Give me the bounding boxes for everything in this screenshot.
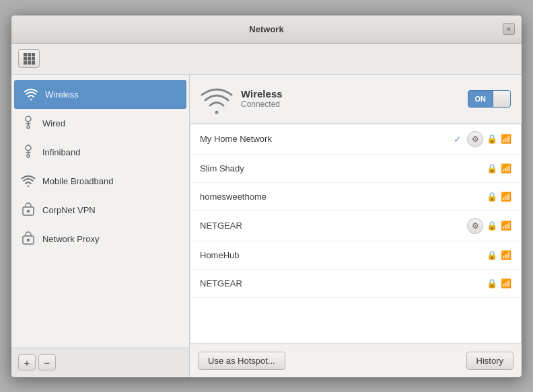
wifi-icon: 📶 xyxy=(501,134,511,144)
list-item[interactable]: NETGEAR ⚙ 🔒 📶 xyxy=(190,211,521,241)
titlebar: Network × xyxy=(11,15,522,44)
vpn-icon xyxy=(21,202,36,219)
svg-point-2 xyxy=(27,126,30,128)
hotspot-button[interactable]: Use as Hotspot... xyxy=(198,352,285,370)
panel-header: Wireless Connected ON xyxy=(190,75,522,124)
gear-button[interactable]: ⚙ xyxy=(467,218,483,234)
content-area: Wireless Wired xyxy=(11,75,522,377)
network-icons: ⚙ 🔒 📶 xyxy=(467,131,511,147)
toggle-handle[interactable] xyxy=(493,91,510,107)
sidebar-item-wireless[interactable]: Wireless xyxy=(14,80,186,109)
lock-icon: 🔒 xyxy=(487,134,497,144)
network-name: homesweethome xyxy=(200,192,487,202)
panel-wireless-icon xyxy=(201,83,233,115)
network-name: HomeHub xyxy=(200,250,487,260)
svg-point-4 xyxy=(27,155,30,157)
list-item[interactable]: homesweethome 🔒 📶 xyxy=(190,183,521,211)
list-item[interactable]: HomeHub 🔒 📶 xyxy=(190,241,521,270)
grid-icon xyxy=(24,53,35,65)
lock-icon: 🔒 xyxy=(487,192,497,202)
wifi-icon: 📶 xyxy=(501,221,511,231)
gear-button[interactable]: ⚙ xyxy=(467,131,483,147)
network-icons: 🔒 📶 xyxy=(487,192,511,202)
connected-checkmark: ✓ xyxy=(454,134,462,145)
window-title: Network xyxy=(249,24,283,34)
svg-point-3 xyxy=(26,145,31,151)
network-name: My Home Network xyxy=(200,134,454,144)
network-icons: 🔒 📶 xyxy=(487,250,511,260)
network-name: NETGEAR xyxy=(200,221,467,231)
sidebar-item-network-proxy-label: Network Proxy xyxy=(42,234,100,244)
grid-view-button[interactable] xyxy=(18,49,40,68)
lock-icon: 🔒 xyxy=(487,250,497,260)
lock-icon: 🔒 xyxy=(487,221,497,231)
close-button[interactable]: × xyxy=(503,23,515,35)
add-button[interactable]: + xyxy=(18,354,36,370)
sidebar-item-wired[interactable]: Wired xyxy=(11,109,189,138)
network-icons: ⚙ 🔒 📶 xyxy=(467,218,511,234)
panel-title: Wireless xyxy=(241,88,468,100)
history-button[interactable]: History xyxy=(466,352,513,370)
list-item[interactable]: My Home Network ✓ ⚙ 🔒 📶 xyxy=(190,124,521,155)
remove-button[interactable]: − xyxy=(38,354,56,370)
proxy-icon xyxy=(21,231,36,247)
sidebar-item-mobile-broadband-label: Mobile Broadband xyxy=(42,176,114,186)
sidebar: Wireless Wired xyxy=(11,75,190,377)
lock-icon: 🔒 xyxy=(487,278,497,288)
main-panel: Wireless Connected ON My Home Network ✓ … xyxy=(190,75,522,377)
infiniband-icon xyxy=(21,144,36,161)
network-name: NETGEAR xyxy=(200,278,487,288)
wireless-icon xyxy=(24,86,38,103)
panel-footer: Use as Hotspot... History xyxy=(190,344,522,377)
svg-point-1 xyxy=(26,116,31,122)
wifi-icon: 📶 xyxy=(501,163,511,173)
mobile-broadband-icon xyxy=(21,173,36,190)
sidebar-items: Wireless Wired xyxy=(11,75,189,348)
sidebar-item-network-proxy[interactable]: Network Proxy xyxy=(11,225,189,253)
sidebar-item-wired-label: Wired xyxy=(42,118,65,128)
wifi-icon: 📶 xyxy=(501,250,511,260)
sidebar-item-mobile-broadband[interactable]: Mobile Broadband xyxy=(11,167,189,196)
list-item[interactable]: NETGEAR 🔒 📶 xyxy=(190,270,521,298)
svg-rect-7 xyxy=(27,210,30,212)
sidebar-item-infiniband[interactable]: Infiniband xyxy=(11,138,189,167)
lock-icon: 🔒 xyxy=(487,163,497,173)
sidebar-item-corpnet-vpn[interactable]: CorpNet VPN xyxy=(11,196,189,225)
sidebar-item-wireless-label: Wireless xyxy=(45,89,79,100)
toggle-switch[interactable]: ON xyxy=(468,90,511,108)
wifi-icon: 📶 xyxy=(501,278,511,288)
sidebar-item-corpnet-vpn-label: CorpNet VPN xyxy=(42,205,96,215)
wired-icon xyxy=(21,115,36,132)
panel-title-area: Wireless Connected xyxy=(241,88,468,109)
list-item[interactable]: Slim Shady 🔒 📶 xyxy=(190,155,521,183)
network-icons: 🔒 📶 xyxy=(487,163,511,173)
network-icons: 🔒 📶 xyxy=(487,278,511,288)
toolbar xyxy=(11,44,522,75)
svg-rect-9 xyxy=(27,239,30,241)
networks-list[interactable]: My Home Network ✓ ⚙ 🔒 📶 Slim Shady 🔒 📶 xyxy=(190,124,522,344)
wifi-icon: 📶 xyxy=(501,192,511,202)
toggle-on-label: ON xyxy=(468,91,493,107)
network-name: Slim Shady xyxy=(200,163,487,173)
sidebar-item-infiniband-label: Infiniband xyxy=(42,147,80,157)
panel-subtitle: Connected xyxy=(241,100,468,109)
sidebar-footer: + − xyxy=(11,348,189,377)
network-window: Network × xyxy=(11,15,522,378)
